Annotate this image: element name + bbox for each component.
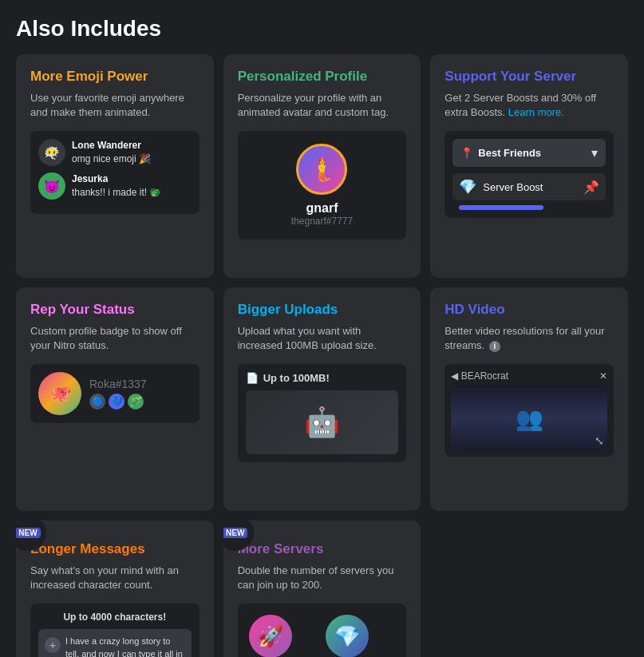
profile-avatar: 🧜 <box>296 144 347 195</box>
video-titlebar: ◀ BEARocrat ✕ <box>451 370 607 382</box>
plus-button: + <box>45 637 61 653</box>
card-server: Support Your Server Get 2 Server Boosts … <box>430 54 628 278</box>
video-demo: ◀ BEARocrat ✕ 👥 ⤡ <box>444 364 614 457</box>
hdvideo-desc: Better video resolutions for all your st… <box>444 324 614 353</box>
video-frame: 👥 ⤡ <box>451 386 607 450</box>
longer-desc: Say what's on your mind with an increase… <box>30 564 200 592</box>
silhouette-icon: 👥 <box>516 406 543 432</box>
card-profile: Personalized Profile Personalize your pr… <box>223 54 421 278</box>
location-icon: 📍 <box>460 147 473 159</box>
upload-demo: 📄 Up to 100MB! 🤖 <box>238 364 407 462</box>
boost-gem-icon: 💎 <box>459 178 476 196</box>
status-badges: 🔵 💙 🪄 <box>89 394 192 410</box>
server-name-row: 📍 Best Friends ▾ <box>452 139 606 167</box>
features-grid: More Emoji Power Use your favorite emoji… <box>0 54 644 657</box>
servers-desc: Double the number of servers you can joi… <box>238 564 407 592</box>
emoji-title: More Emoji Power <box>30 69 200 85</box>
server-desc: Get 2 Server Boosts and 30% off extra Bo… <box>444 91 614 120</box>
card-uploads: Bigger Uploads Upload what you want with… <box>223 287 421 511</box>
server-name-text: 📍 Best Friends <box>460 147 541 159</box>
status-desc: Custom profile badge to show off your Ni… <box>30 324 200 353</box>
status-title: Rep Your Status <box>30 302 200 318</box>
uploads-desc: Upload what you want with increased 100M… <box>238 324 407 353</box>
status-username: Roka#1337 <box>89 378 192 390</box>
card-servers: ✦ ✦ ✦ NEW More Servers Double the number… <box>223 520 421 657</box>
char-count-label: Up to 4000 characters! <box>38 611 192 623</box>
emoji-name-2: Jesurka <box>72 173 161 184</box>
card-longer: ✦ ✦ ✦ NEW Longer Messages Say what's on … <box>16 520 214 657</box>
server-icon-rocket: 🚀 <box>249 615 292 657</box>
message-input-demo: + I have a crazy long story to tell, and… <box>38 629 192 657</box>
page-title: Also Includes <box>0 0 644 54</box>
expand-icon: ⤡ <box>595 434 604 447</box>
server-title: Support Your Server <box>444 69 614 85</box>
profile-name: gnarf <box>306 201 338 216</box>
new-badge-longer: ✦ ✦ ✦ NEW <box>16 520 46 551</box>
emoji-desc: Use your favorite emoji anywhere and mak… <box>30 91 200 120</box>
profile-tag: thegnarf#7777 <box>291 216 353 227</box>
new-badge-servers: ✦ ✦ ✦ NEW <box>223 520 254 551</box>
emoji-msg-2: thanks!! i made it! 🐲 <box>72 187 161 198</box>
boost-bar <box>459 205 543 210</box>
profile-desc: Personalize your profile with an animate… <box>238 91 407 120</box>
emoji-avatar-1: 😶‍🌫️ <box>38 139 65 166</box>
status-demo: 🐙 Roka#1337 🔵 💙 🪄 <box>30 364 200 423</box>
emoji-chat-demo: 😶‍🌫️ Lone Wanderer omg nice emoji 🎉 😈 Je… <box>30 131 200 214</box>
badge-3: 🪄 <box>128 394 144 410</box>
emoji-msg-1: omg nice emoji 🎉 <box>72 153 151 164</box>
message-text: I have a crazy long story to tell, and n… <box>65 635 185 657</box>
emoji-chat-row-2: 😈 Jesurka thanks!! i made it! 🐲 <box>38 172 192 200</box>
profile-title: Personalized Profile <box>238 69 407 85</box>
upload-illustration: 🤖 <box>246 390 399 454</box>
boost-label: Server Boost <box>483 181 577 193</box>
info-icon: i <box>489 341 500 352</box>
badge-2: 💙 <box>109 394 124 410</box>
boost-pin-icon: 📌 <box>583 180 599 195</box>
chevron-down-icon: ▾ <box>591 145 598 160</box>
servers-demo: 🚀 💎 🌴 + <box>238 604 407 657</box>
longer-title: Longer Messages <box>30 541 200 557</box>
new-badge-label: NEW <box>16 528 41 538</box>
upload-size-label: 📄 Up to 100MB! <box>246 372 399 384</box>
close-icon: ✕ <box>599 370 607 382</box>
longer-demo: Up to 4000 characters! + I have a crazy … <box>30 604 200 657</box>
servers-title: More Servers <box>238 541 407 557</box>
learn-more-link[interactable]: Learn more. <box>508 106 564 118</box>
file-icon: 📄 <box>246 372 259 384</box>
emoji-avatar-2: 😈 <box>38 172 65 200</box>
card-emoji: More Emoji Power Use your favorite emoji… <box>16 54 214 278</box>
uploads-title: Bigger Uploads <box>238 302 407 318</box>
status-avatar: 🐙 <box>38 372 81 415</box>
status-info: Roka#1337 🔵 💙 🪄 <box>89 378 192 410</box>
card-hdvideo: HD Video Better video resolutions for al… <box>430 287 628 511</box>
boost-row: 💎 Server Boost 📌 <box>452 173 606 200</box>
hdvideo-title: HD Video <box>444 302 614 318</box>
badge-1: 🔵 <box>89 394 105 410</box>
server-icon-gem: 💎 <box>326 615 369 657</box>
card-status: Rep Your Status Custom profile badge to … <box>16 287 214 511</box>
profile-demo: 🧜 gnarf thegnarf#7777 <box>238 131 407 239</box>
new-badge-label-2: NEW <box>223 528 248 538</box>
server-boost-demo: 📍 Best Friends ▾ 💎 Server Boost 📌 <box>444 131 614 218</box>
emoji-name-1: Lone Wanderer <box>72 140 151 151</box>
emoji-chat-row-1: 😶‍🌫️ Lone Wanderer omg nice emoji 🎉 <box>38 139 192 166</box>
